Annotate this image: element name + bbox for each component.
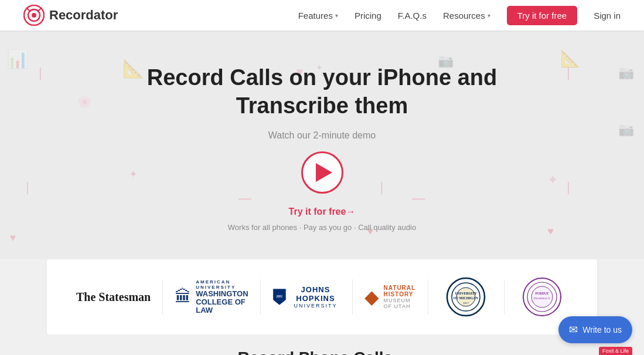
- nhm-icon: ◆: [364, 286, 379, 308]
- svg-line-4: [38, 8, 42, 12]
- hero-title: Record Calls on your iPhone and Transcri…: [147, 64, 498, 120]
- svg-text:1817: 1817: [463, 302, 469, 305]
- logo-link[interactable]: Recordator: [23, 5, 118, 26]
- svg-point-2: [32, 13, 36, 18]
- features-label: Features: [298, 11, 333, 21]
- nav-resources[interactable]: Resources ▾: [443, 11, 490, 21]
- chevron-down-icon-2: ▾: [488, 12, 490, 19]
- resources-label: Resources: [443, 11, 485, 21]
- logo-jhu: JHU JOHNS HOPKINS UNIVERSITY: [261, 279, 352, 315]
- chevron-down-icon: ▾: [335, 12, 338, 19]
- chat-icon: ✉: [569, 323, 578, 336]
- umich-seal-icon: UNIVERSITY OF MICHIGAN 1817: [446, 277, 486, 317]
- hero-section: 📊 ♥ 🌸 ✦ 📐 ♥ ♥ 📷 📷 📷 ✦ 📐 ♥ ✦ — — | | | | …: [0, 31, 644, 259]
- play-button[interactable]: [301, 151, 343, 194]
- logo-nhm: ◆ Natural History Museum of Utah: [353, 279, 428, 315]
- navbar: Recordator Features ▾ Pricing F.A.Q.s Re…: [0, 0, 644, 31]
- chat-button[interactable]: ✉ Write to us: [558, 316, 632, 343]
- nav-faq[interactable]: F.A.Q.s: [398, 11, 427, 21]
- nav-features[interactable]: Features ▾: [298, 11, 338, 21]
- svg-text:UNIVERSITY: UNIVERSITY: [455, 292, 477, 295]
- nav-pricing[interactable]: Pricing: [355, 11, 381, 21]
- logo-umich: UNIVERSITY OF MICHIGAN 1817: [428, 271, 503, 323]
- sign-in-link[interactable]: Sign in: [594, 11, 621, 21]
- logo-statesman: The Statesman: [64, 285, 162, 310]
- bottom-section: Record Phone Calls...: [0, 334, 644, 355]
- washington-dome-icon: 🏛: [175, 287, 191, 306]
- nhm-text: Natural History Museum of Utah: [384, 285, 416, 309]
- hero-subtitle: Watch our 2-minute demo: [268, 130, 376, 141]
- chat-label: Write to us: [582, 325, 622, 334]
- logo-text: Recordator: [49, 8, 118, 23]
- logos-section: The Statesman 🏛 AMERICAN UNIVERSITY WASH…: [47, 259, 597, 334]
- svg-text:OF MICHIGAN: OF MICHIGAN: [454, 296, 479, 300]
- logo-icon: [23, 5, 45, 26]
- hero-cta-link[interactable]: Try it for free→: [289, 207, 356, 217]
- logo-purdue: PURDUE PHARMACY: [505, 271, 580, 323]
- svg-text:JHU: JHU: [276, 295, 282, 298]
- logo-washington: 🏛 AMERICAN UNIVERSITY WASHINGTONCOLLEGE …: [163, 273, 260, 321]
- navbar-links: Features ▾ Pricing F.A.Q.s Resources ▾ T…: [298, 6, 621, 25]
- play-triangle-icon: [316, 163, 332, 182]
- try-it-free-button[interactable]: Try it for free: [507, 6, 577, 25]
- svg-line-3: [26, 8, 30, 12]
- play-circle[interactable]: [301, 151, 343, 194]
- svg-text:PURDUE: PURDUE: [535, 292, 548, 295]
- jhu-shield-icon: JHU: [272, 285, 287, 309]
- foxit-badge: Foxit & Life: [599, 347, 632, 355]
- svg-text:PHARMACY: PHARMACY: [534, 297, 551, 300]
- bottom-title: Record Phone Calls...: [47, 349, 597, 355]
- statesman-text: The Statesman: [76, 290, 151, 304]
- purdue-seal-icon: PURDUE PHARMACY: [522, 277, 562, 317]
- hero-features-text: Works for all phones · Pay as you go · C…: [228, 223, 416, 232]
- washington-text: AMERICAN UNIVERSITY WASHINGTONCOLLEGE OF…: [196, 279, 248, 315]
